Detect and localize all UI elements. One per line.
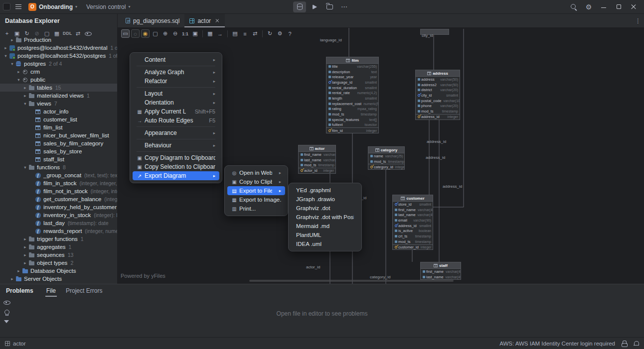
project-widget[interactable]: O Onboarding ▾ — [26, 2, 79, 12]
chevron-right-icon[interactable]: ▸ — [22, 260, 28, 265]
chevron-right-icon[interactable]: ▸ — [9, 37, 15, 42]
menu-item-behaviour[interactable]: Behaviour▸ — [133, 141, 219, 150]
app-logo-icon[interactable] — [3, 3, 10, 10]
eye-icon[interactable] — [3, 299, 10, 305]
er-table-address[interactable]: addressaddressvarchar(50)address2varchar… — [415, 70, 460, 120]
run-button[interactable] — [308, 1, 321, 12]
tree-item-inventory-held-by-customer[interactable]: inventory_held_by_customer(integ — [0, 203, 117, 211]
menu-item-apply-current-layout[interactable]: ▦Apply Current LayoutShift+F5 — [133, 107, 219, 116]
menu-item-graphviz-dot-with-positions[interactable]: Graphviz .dot with Positions — [291, 213, 359, 222]
maximize-button[interactable] — [611, 0, 626, 13]
tab-actor[interactable]: actor — [184, 14, 225, 27]
chevron-right-icon[interactable]: ▸ — [22, 252, 28, 257]
menu-item-auto-route-edges[interactable]: →Auto Route EdgesF5 — [133, 116, 219, 125]
minimize-button[interactable] — [596, 0, 611, 13]
tree-item-group-concat[interactable]: _group_concat(text, text): text — [0, 171, 117, 179]
chevron-right-icon[interactable]: ▸ — [22, 244, 28, 249]
menu-item-copy-to-clipboard[interactable]: ▣Copy to Clipboard▸ — [227, 177, 285, 186]
selection-mode-button[interactable]: ▭ — [121, 29, 130, 38]
status-breadcrumb[interactable]: actor — [5, 341, 26, 347]
er-table-customer[interactable]: customerstore_idsmallintfirst_namevarcha… — [392, 195, 433, 250]
tab-pg-diagnoses[interactable]: pg_diagnoses.sql — [121, 14, 184, 27]
tree-item-views[interactable]: ▾views7 — [0, 100, 117, 108]
tree-item-staff-list[interactable]: staff_list — [0, 155, 117, 163]
menu-item-layout[interactable]: Layout▸ — [133, 89, 219, 98]
help-button[interactable]: ? — [286, 29, 294, 38]
chevron-right-icon[interactable]: ▸ — [22, 236, 28, 241]
menu-item-content[interactable]: Content▸ — [133, 55, 219, 64]
tree-item-film-list[interactable]: film_list — [0, 123, 117, 131]
chevron-down-icon[interactable]: ▾ — [22, 101, 28, 106]
menu-item-yed-graphml[interactable]: YEd .graphml — [291, 186, 359, 195]
menu-item-export-to-image[interactable]: ▦Export to Image... — [227, 195, 285, 204]
tree-item-postgres-localhost-5432-postgres[interactable]: ▾postgres@localhost:5432/postgres1 of 2 — [0, 52, 117, 60]
er-table-category[interactable]: categorynamevarchar(25)mod_tstimestampca… — [368, 146, 405, 170]
menu-item-analyze-graph[interactable]: Analyze Graph▸ — [133, 68, 219, 77]
tree-item-public[interactable]: ▾public — [0, 76, 117, 84]
settings-button[interactable]: ⚙ — [581, 0, 596, 13]
er-table-staff[interactable]: stafffirst_namevarchar(45)last_namevarch… — [420, 262, 461, 280]
tree-item-materialized-views[interactable]: ▸materialized views1 — [0, 92, 117, 100]
collapse-nodes-button[interactable]: ⇄ — [251, 29, 259, 38]
magic-select-button[interactable]: ◉ — [141, 29, 150, 38]
menu-item-copy-selection-to-clipboard[interactable]: ▣Copy Selection to Clipboard — [133, 162, 219, 171]
chevron-down-icon[interactable]: ▾ — [16, 77, 21, 82]
tree-item-postgres-localhost-5432-dvdrental[interactable]: ▸postgres@localhost:5432/dvdrental1 of 2 — [0, 44, 117, 52]
tree-item-inventory-in-stock[interactable]: inventory_in_stock(integer): boolean — [0, 211, 117, 219]
tree-item-actor-info[interactable]: actor_info — [0, 108, 117, 116]
tree-item-trigger-functions[interactable]: ▸trigger functions1 — [0, 235, 117, 243]
chevron-right-icon[interactable]: ▸ — [16, 268, 21, 273]
tab-close-button[interactable] — [214, 18, 220, 24]
diagram-settings-button[interactable]: ⚙ — [276, 29, 284, 38]
filter-icon[interactable] — [4, 320, 9, 323]
tree-item-aggregates[interactable]: ▸aggregates1 — [0, 243, 117, 251]
refresh-diagram-button[interactable]: ↻ — [266, 29, 274, 38]
cancel-running-button[interactable]: ⊘ — [33, 29, 41, 37]
tree-item-sales-by-film-category[interactable]: sales_by_film_category — [0, 139, 117, 147]
add-note-button[interactable]: ▢ — [151, 29, 160, 38]
aws-status-widget[interactable]: AWS: AWS IAM Identity Center login requi… — [499, 341, 615, 347]
tree-item-functions[interactable]: ▾functions8 — [0, 163, 117, 171]
tab-list-button[interactable]: ⋮ — [632, 14, 644, 27]
notifications-bell-icon[interactable] — [633, 341, 639, 347]
chevron-right-icon[interactable]: ▸ — [3, 45, 8, 50]
fit-content-button[interactable]: ▣ — [191, 29, 199, 38]
tree-item-customer-list[interactable]: customer_list — [0, 116, 117, 123]
search-everywhere-button[interactable] — [566, 0, 581, 13]
menu-item-open-in-web-editor[interactable]: ◎Open in Web Editor▸ — [227, 168, 285, 177]
chevron-right-icon[interactable]: ▸ — [22, 93, 28, 98]
chevron-right-icon[interactable]: ▸ — [16, 69, 21, 74]
menu-item-print[interactable]: ▥Print... — [227, 204, 285, 213]
menu-item-refactor[interactable]: Refactor▸ — [133, 77, 219, 86]
menu-item-export-to-file[interactable]: ▤Export to File▸ — [227, 186, 285, 195]
tree-item-film-in-stock[interactable]: film_in_stock(integer, integer, p_film_c — [0, 179, 117, 187]
horizontal-scrollbar[interactable] — [249, 280, 454, 282]
database-tool-button[interactable] — [293, 1, 306, 12]
chevron-right-icon[interactable]: ▸ — [9, 276, 15, 281]
menu-item-jgraph-drawio[interactable]: JGraph .drawio — [291, 195, 359, 204]
vcs-widget[interactable]: Version control ▾ — [84, 2, 132, 11]
preview-button[interactable] — [84, 29, 92, 37]
tab-file[interactable]: File — [42, 284, 60, 297]
menu-item-appearance[interactable]: Appearance▸ — [133, 128, 219, 137]
apply-layout-button[interactable]: ▦ — [206, 29, 214, 38]
diagram-canvas[interactable]: ▭◌◉▢⊕⊖1:1▣▦→▤≡⇄↻⚙? Powe — [118, 28, 644, 284]
main-menu-icon[interactable] — [15, 4, 21, 9]
tree-item-film-not-in-stock[interactable]: film_not_in_stock(integer, integer, p_f — [0, 187, 117, 195]
menu-item-plantuml[interactable]: PlantUML — [291, 231, 359, 239]
chevron-down-icon[interactable]: ▾ — [3, 53, 8, 58]
menu-item-mermaid-md[interactable]: Mermaid .md — [291, 222, 359, 231]
tree-item-nicer-but-slower-film-list[interactable]: nicer_but_slower_film_list — [0, 131, 117, 139]
chevron-right-icon[interactable]: ▸ — [22, 85, 28, 90]
tree-item-production[interactable]: ▸Production — [0, 36, 117, 44]
project-folder-button[interactable] — [323, 1, 336, 12]
show-columns-button[interactable]: ▤ — [231, 29, 239, 38]
tree-item-sales-by-store[interactable]: sales_by_store — [0, 147, 117, 155]
tab-project-errors[interactable]: Project Errors — [62, 284, 106, 297]
lock-icon[interactable] — [622, 341, 627, 347]
tree-item-last-day[interactable]: last_day(timestamp): date — [0, 219, 117, 227]
zoom-in-button[interactable]: ⊕ — [161, 29, 169, 38]
tree-item-postgres[interactable]: ▾postgres2 of 4 — [0, 60, 117, 68]
close-button[interactable] — [626, 0, 641, 13]
problems-panel-title[interactable]: Problems — [6, 287, 33, 294]
